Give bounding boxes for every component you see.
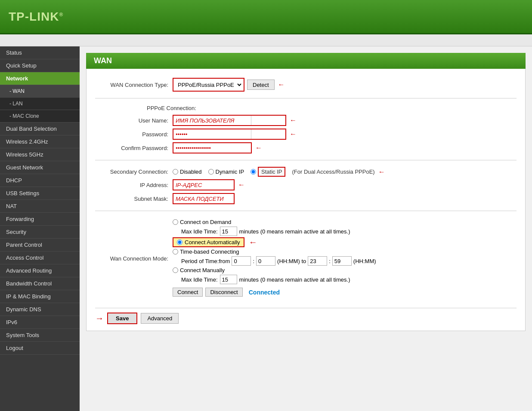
static-ip-radio-label[interactable]: Static IP (251, 167, 285, 177)
layout: Status Quick Setup Network - WAN - LAN -… (0, 46, 532, 411)
sidebar-item-nat[interactable]: NAT (0, 200, 80, 213)
subnet-mask-row: Subnet Mask: (95, 193, 517, 204)
content-area: WAN Connection Type: PPPoE/Russia PPPoE … (86, 69, 526, 331)
max-idle-1-input[interactable] (220, 227, 237, 236)
subnet-mask-input[interactable] (173, 194, 234, 203)
disabled-label: Disabled (180, 169, 202, 175)
sidebar-item-dual-band[interactable]: Dual Band Selection (0, 123, 80, 135)
time-separator-1: : (253, 258, 254, 264)
sidebar-item-dynamic-dns[interactable]: Dynamic DNS (0, 303, 80, 316)
pppoe-section-label: PPPoE Connection: (147, 105, 196, 111)
sidebar-item-dhcp[interactable]: DHCP (0, 174, 80, 187)
save-button[interactable]: Save (107, 313, 137, 324)
sidebar-item-guest-network[interactable]: Guest Network (0, 161, 80, 174)
max-idle-1-row: Max Idle Time: minutes (0 means remain a… (181, 227, 376, 236)
sidebar-item-bandwidth-control[interactable]: Bandwidth Control (0, 277, 80, 290)
max-idle-2-input[interactable] (220, 275, 237, 284)
sidebar-item-usb-settings[interactable]: USB Settings (0, 187, 80, 200)
ip-address-group (173, 179, 235, 190)
sidebar-item-wan[interactable]: - WAN (0, 85, 80, 98)
sidebar-item-wireless-5[interactable]: Wireless 5GHz (0, 148, 80, 161)
time-based-radio-label[interactable]: Time-based Connecting (173, 248, 239, 255)
subheader (0, 34, 532, 46)
password-input[interactable] (173, 129, 251, 139)
connect-auto-highlight: Connect Automatically (173, 237, 244, 247)
sidebar-item-wireless-24[interactable]: Wireless 2.4GHz (0, 135, 80, 148)
connect-on-demand-label: Connect on Demand (180, 219, 231, 225)
sidebar-item-logout[interactable]: Logout (0, 342, 80, 355)
dynamic-ip-radio-label[interactable]: Dynamic IP (208, 169, 244, 175)
wan-connection-mode-label: Wan Connection Mode: (95, 255, 173, 262)
sidebar-item-access-control[interactable]: Access Control (0, 252, 80, 264)
sidebar-item-security[interactable]: Security (0, 226, 80, 239)
wan-title-bar: WAN (86, 53, 526, 69)
arrow-save: → (95, 313, 104, 323)
period-row: Period of Time:from : (HH:MM) to : (HH:M… (181, 256, 376, 266)
connect-on-demand-radio-label[interactable]: Connect on Demand (173, 219, 231, 225)
sidebar-item-mac-clone[interactable]: - MAC Clone (0, 110, 80, 123)
password-row: Password: ← (95, 129, 517, 140)
confirm-password-row: Confirm Password: ← (95, 142, 517, 153)
username-input-group (173, 115, 286, 126)
sidebar-item-ipv6[interactable]: IPv6 (0, 316, 80, 329)
username-input[interactable] (173, 116, 251, 125)
password-input-extra[interactable] (251, 129, 285, 139)
max-idle-2-label: Max Idle Time: (181, 276, 218, 283)
connection-type-select[interactable]: PPPoE/Russia PPPoE (174, 80, 243, 90)
secondary-connection-row: Secondary Connection: Disabled Dynamic I… (95, 167, 517, 177)
connection-buttons-row: Connect Disconnect Connected (173, 288, 376, 297)
connect-auto-radio-label[interactable]: Connect Automatically (173, 237, 244, 247)
hhmm-label-1: (HH:MM) to (277, 258, 306, 264)
sidebar: Status Quick Setup Network - WAN - LAN -… (0, 46, 80, 411)
main-content: WAN WAN Connection Type: PPPoE/Russia PP… (80, 46, 532, 411)
confirm-password-input[interactable] (173, 143, 251, 153)
pppoe-section: PPPoE Connection: User Name: ← Password: (95, 105, 517, 153)
static-ip-radio[interactable] (251, 169, 256, 175)
arrow-detect: ← (278, 81, 285, 89)
bottom-buttons-row: → Save Advanced (95, 308, 517, 324)
sidebar-item-system-tools[interactable]: System Tools (0, 329, 80, 342)
connect-auto-radio[interactable] (177, 239, 182, 245)
connection-type-row: WAN Connection Type: PPPoE/Russia PPPoE … (95, 78, 517, 92)
disabled-radio[interactable] (173, 169, 178, 175)
sidebar-item-parent-control[interactable]: Parent Control (0, 239, 80, 252)
sidebar-item-advanced-routing[interactable]: Advanced Routing (0, 264, 80, 277)
dynamic-ip-radio[interactable] (208, 169, 214, 175)
from-hour-input[interactable] (232, 256, 251, 266)
advanced-button[interactable]: Advanced (141, 313, 179, 324)
wan-mode-title-row: Wan Connection Mode: Connect on Demand M… (95, 218, 517, 299)
to-min-input[interactable] (332, 256, 352, 266)
username-input-extra[interactable] (251, 116, 285, 125)
connect-manually-row: Connect Manually (173, 267, 376, 273)
header: TP-LINK® (0, 0, 532, 34)
ip-address-input[interactable] (173, 180, 234, 190)
connect-button[interactable]: Connect (173, 288, 203, 297)
to-hour-input[interactable] (308, 256, 327, 266)
from-min-input[interactable] (256, 256, 275, 266)
period-label: Period of Time:from (181, 258, 230, 264)
connect-manually-radio[interactable] (173, 267, 178, 273)
detect-button[interactable]: Detect (247, 80, 275, 90)
ip-address-label: IP Address: (95, 182, 173, 188)
subnet-mask-group (173, 193, 235, 204)
sidebar-item-forwarding[interactable]: Forwarding (0, 213, 80, 226)
sidebar-item-ip-mac-binding[interactable]: IP & MAC Binding (0, 290, 80, 303)
password-label: Password: (95, 131, 173, 138)
sidebar-item-lan[interactable]: - LAN (0, 98, 80, 110)
wan-connection-mode-section: Wan Connection Mode: Connect on Demand M… (95, 218, 517, 299)
disconnect-button[interactable]: Disconnect (205, 288, 242, 297)
arrow-ip: ← (238, 181, 245, 189)
connection-type-label: WAN Connection Type: (95, 82, 173, 88)
sidebar-item-network[interactable]: Network (0, 72, 80, 85)
sidebar-item-quick-setup[interactable]: Quick Setup (0, 59, 80, 72)
connect-on-demand-radio[interactable] (173, 219, 178, 225)
confirm-password-input-group (173, 142, 252, 153)
username-row: User Name: ← (95, 115, 517, 126)
time-based-radio[interactable] (173, 249, 178, 255)
dynamic-ip-label: Dynamic IP (216, 169, 244, 175)
sidebar-item-status[interactable]: Status (0, 46, 80, 59)
wan-mode-options: Connect on Demand Max Idle Time: minutes… (173, 218, 376, 299)
connect-manually-radio-label[interactable]: Connect Manually (173, 267, 225, 273)
max-idle-2-note: minutes (0 means remain active at all ti… (239, 276, 350, 283)
disabled-radio-label[interactable]: Disabled (173, 169, 202, 175)
